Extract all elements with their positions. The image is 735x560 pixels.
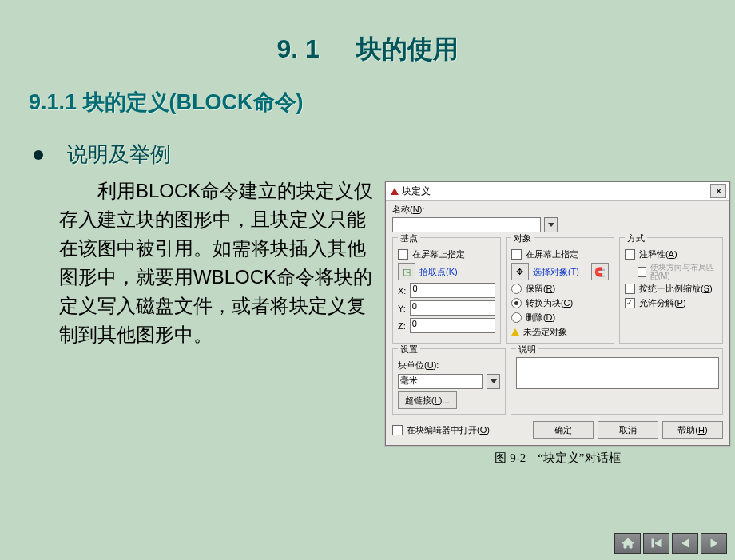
- settings-panel: 设置 块单位(U): 毫米 超链接(L)...: [392, 348, 506, 415]
- bullet-text: 说明及举例: [67, 141, 171, 169]
- home-icon: [622, 538, 634, 549]
- block-name-input[interactable]: [392, 217, 541, 232]
- figure-caption: 图 9-2 “块定义”对话框: [385, 451, 730, 466]
- first-icon: [650, 538, 663, 549]
- retain-label: 保留(R): [526, 283, 555, 295]
- hyperlink-button[interactable]: 超链接(L)...: [398, 391, 457, 409]
- settings-title: 设置: [398, 344, 420, 355]
- bullet-item: 说明及举例: [34, 141, 735, 169]
- svg-marker-1: [655, 539, 662, 547]
- allow-explode-label: 允许分解(P): [639, 297, 686, 309]
- y-label: Y:: [398, 304, 406, 313]
- nav-home-button[interactable]: [614, 533, 641, 554]
- basepoint-onscreen-checkbox[interactable]: [398, 249, 408, 260]
- unit-label: 块单位(U):: [398, 359, 439, 371]
- unit-select[interactable]: 毫米: [398, 374, 483, 389]
- select-objects-label[interactable]: 选择对象(T): [533, 266, 579, 278]
- section-heading: 9.1.1 块的定义(BLOCK命令): [29, 88, 735, 117]
- basepoint-onscreen-label: 在屏幕上指定: [412, 248, 465, 260]
- nav-prev-button[interactable]: [672, 533, 698, 554]
- block-name-dropdown[interactable]: [544, 217, 558, 232]
- block-definition-dialog: 块定义 ✕ 名称(N): 基点: [385, 181, 730, 446]
- paragraph: 利用BLOCK命令建立的块定义仅存入建立块的图形中，且块定义只能在该图中被引用。…: [59, 177, 379, 349]
- quick-select-button[interactable]: 🧲: [591, 263, 609, 280]
- delete-radio[interactable]: [511, 312, 522, 323]
- slide-title: 9. 1 块的使用: [0, 0, 735, 67]
- bullet-dot-icon: [34, 150, 43, 160]
- svg-marker-3: [711, 539, 717, 547]
- description-panel: 说明: [511, 348, 723, 415]
- x-input[interactable]: 0: [410, 283, 495, 298]
- mode-title: 方式: [625, 232, 647, 244]
- pick-point-label[interactable]: 拾取点(K): [419, 266, 458, 278]
- unit-dropdown-arrow[interactable]: [487, 374, 500, 389]
- no-objects-label: 未选定对象: [523, 326, 567, 338]
- next-icon: [708, 538, 721, 549]
- title-number: 9. 1: [276, 34, 319, 63]
- prev-icon: [679, 538, 692, 549]
- x-label: X:: [398, 286, 406, 296]
- dialog-title: 块定义: [402, 185, 431, 198]
- name-label: 名称(N):: [392, 204, 424, 216]
- uniform-scale-checkbox[interactable]: [625, 284, 635, 294]
- description-textarea[interactable]: [516, 357, 719, 389]
- open-in-editor-label: 在块编辑器中打开(O): [407, 424, 490, 436]
- select-objects-button[interactable]: ✥: [511, 263, 529, 280]
- svg-marker-2: [682, 539, 689, 547]
- objects-panel: 对象 在屏幕上指定 ✥ 选择对象(T) 🧲: [506, 237, 614, 344]
- uniform-scale-label: 按统一比例缩放(S): [639, 283, 713, 295]
- svg-rect-0: [652, 539, 654, 547]
- dialog-titlebar: 块定义 ✕: [386, 182, 729, 201]
- close-button[interactable]: ✕: [710, 184, 726, 198]
- help-button[interactable]: 帮助(H): [662, 421, 723, 439]
- nav-first-button[interactable]: [643, 533, 669, 554]
- objects-onscreen-checkbox[interactable]: [511, 249, 522, 260]
- basepoint-title: 基点: [398, 232, 420, 244]
- description-title: 说明: [516, 344, 538, 355]
- nav-next-button[interactable]: [701, 533, 727, 554]
- match-layout-label: 使块方向与布局匹配(M): [650, 263, 717, 280]
- warning-icon: [511, 328, 519, 336]
- delete-label: 删除(D): [526, 312, 555, 324]
- objects-onscreen-label: 在屏幕上指定: [526, 248, 578, 260]
- retain-radio[interactable]: [511, 284, 522, 294]
- y-input[interactable]: 0: [410, 300, 495, 316]
- objects-title: 对象: [511, 232, 534, 244]
- title-text: 块的使用: [356, 34, 459, 63]
- slide-nav: [614, 533, 727, 554]
- ok-button[interactable]: 确定: [533, 421, 594, 439]
- paragraph-text: 利用BLOCK命令建立的块定义仅存入建立块的图形中，且块定义只能在该图中被引用。…: [59, 180, 373, 345]
- app-logo-icon: [391, 188, 399, 195]
- z-input[interactable]: 0: [410, 318, 495, 333]
- convert-radio[interactable]: [511, 298, 522, 308]
- z-label: Z:: [398, 321, 406, 331]
- convert-label: 转换为块(C): [526, 297, 573, 309]
- annotative-checkbox[interactable]: [625, 249, 635, 260]
- open-in-editor-checkbox[interactable]: [392, 425, 403, 435]
- cancel-button[interactable]: 取消: [598, 421, 658, 439]
- basepoint-panel: 基点 在屏幕上指定 ◳ 拾取点(K) X:0 Y:0: [392, 237, 501, 344]
- match-layout-checkbox: [638, 267, 646, 277]
- mode-panel: 方式 注释性(A) 使块方向与布局匹配(M) 按统一比例缩放(S) ✓允许分解(…: [619, 237, 723, 344]
- allow-explode-checkbox[interactable]: ✓: [625, 298, 635, 308]
- annotative-label: 注释性(A): [639, 248, 677, 260]
- pick-point-button[interactable]: ◳: [398, 263, 415, 280]
